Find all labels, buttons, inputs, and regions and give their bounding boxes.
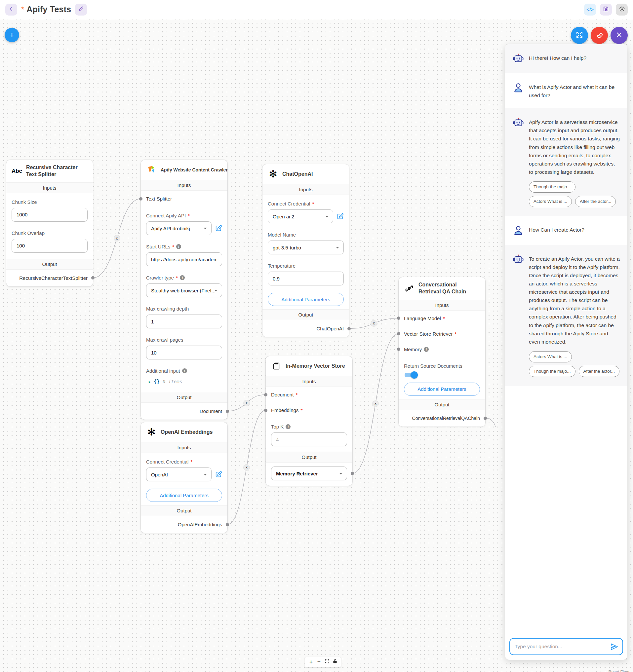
memory-port-label: Memory bbox=[404, 346, 422, 352]
port-handle-output[interactable] bbox=[347, 327, 351, 330]
back-button[interactable] bbox=[5, 4, 17, 16]
chat-message-text: Apify Actor is a serverless microservice… bbox=[529, 118, 620, 176]
save-button[interactable] bbox=[600, 4, 612, 16]
clear-chat-button[interactable] bbox=[591, 27, 608, 44]
inputs-section-label: Inputs bbox=[399, 299, 485, 311]
node-title: ChatOpenAI bbox=[282, 171, 313, 178]
chunk-overlap-input[interactable] bbox=[11, 239, 88, 253]
unsaved-marker: * bbox=[21, 5, 24, 14]
chat-question-input[interactable] bbox=[510, 644, 610, 650]
port-handle-memory[interactable] bbox=[397, 347, 400, 351]
source-chip[interactable]: Actors What is ... bbox=[529, 196, 572, 207]
settings-button[interactable] bbox=[616, 4, 628, 16]
return-source-docs-toggle[interactable] bbox=[405, 372, 418, 378]
port-handle-embeddings[interactable] bbox=[264, 409, 267, 412]
apify-logo-icon bbox=[146, 164, 157, 175]
source-chip[interactable]: After the actor... bbox=[575, 196, 616, 207]
model-select[interactable]: gpt-3.5-turbo bbox=[268, 241, 344, 255]
edge-delete-button[interactable]: x bbox=[243, 400, 250, 406]
edit-title-button[interactable] bbox=[75, 4, 87, 16]
edge-qachain-stub bbox=[485, 418, 495, 427]
additional-parameters-button[interactable]: Additional Parameters bbox=[268, 293, 344, 306]
send-button[interactable] bbox=[610, 643, 618, 651]
additional-parameters-button[interactable]: Additional Parameters bbox=[146, 489, 222, 502]
max-depth-input[interactable] bbox=[146, 314, 222, 329]
zoom-out-button[interactable]: − bbox=[315, 658, 323, 666]
zoom-in-button[interactable]: + bbox=[307, 658, 315, 666]
port-handle-language-model[interactable] bbox=[397, 316, 400, 320]
port-handle-document[interactable] bbox=[264, 393, 267, 397]
node-title: Conversational Retrieval QA Chain bbox=[419, 282, 480, 295]
chat-input-box bbox=[509, 638, 623, 655]
node-openai-embeddings[interactable]: ✻ OpenAI Embeddings Inputs Connect Crede… bbox=[140, 422, 228, 533]
port-handle-vector-store-retriever[interactable] bbox=[397, 332, 400, 335]
apify-api-select[interactable]: Apify API drobnikj bbox=[146, 221, 212, 235]
credential-select[interactable]: OpenAI bbox=[146, 467, 212, 481]
add-node-button[interactable]: + bbox=[5, 28, 19, 42]
flow-canvas[interactable]: x x x x x + Abc Recursive Character Text… bbox=[0, 19, 633, 672]
reset-flow-label[interactable]: Reset Flow bbox=[608, 670, 629, 672]
expand-json-icon[interactable]: ▶ bbox=[149, 380, 151, 384]
user-avatar-icon bbox=[513, 82, 524, 94]
source-chip[interactable]: Though the majo... bbox=[529, 182, 576, 193]
port-handle-retriever-output[interactable] bbox=[351, 472, 354, 475]
source-chip[interactable]: Though the majo... bbox=[529, 366, 576, 377]
inputs-section-label: Inputs bbox=[262, 184, 349, 195]
port-handle-text-splitter[interactable] bbox=[139, 197, 142, 200]
port-handle-document-output[interactable] bbox=[226, 410, 229, 413]
edge-delete-button[interactable]: x bbox=[114, 235, 120, 241]
chunk-size-input[interactable] bbox=[11, 208, 88, 222]
api-code-button[interactable]: </> bbox=[584, 4, 596, 16]
edge-delete-button[interactable]: x bbox=[373, 401, 378, 407]
output-section-label: Output bbox=[6, 259, 93, 270]
chat-message-text: How Can I create Actor? bbox=[529, 226, 584, 234]
topk-input[interactable] bbox=[271, 432, 347, 446]
source-chip[interactable]: After the actor... bbox=[579, 366, 619, 377]
page-title: * Apify Tests bbox=[21, 5, 71, 14]
close-chat-button[interactable] bbox=[611, 27, 628, 44]
code-icon: </> bbox=[586, 7, 594, 12]
lock-button[interactable] bbox=[331, 658, 339, 666]
port-handle-output[interactable] bbox=[484, 416, 487, 420]
openai-logo-icon: ✻ bbox=[267, 168, 279, 180]
topk-label: Top K i bbox=[271, 424, 347, 430]
chat-message-text: To create an Apify Actor, you can write … bbox=[529, 255, 620, 346]
edit-credential-icon[interactable] bbox=[215, 225, 222, 232]
start-urls-input[interactable] bbox=[146, 253, 222, 266]
fit-view-button[interactable] bbox=[323, 658, 331, 666]
edge-delete-button[interactable]: x bbox=[243, 464, 250, 471]
port-handle-output[interactable] bbox=[91, 276, 95, 280]
document-port-label: Document bbox=[271, 392, 294, 398]
source-chip[interactable]: Actors What is ... bbox=[529, 351, 572, 362]
connect-apify-api-label: Connect Apify API* bbox=[146, 213, 222, 218]
additional-input-label: Additional input i bbox=[146, 368, 222, 374]
output-section-label: Output bbox=[141, 392, 228, 403]
gear-icon bbox=[618, 5, 626, 14]
credential-select[interactable]: Open ai 2 bbox=[268, 210, 333, 223]
edit-credential-icon[interactable] bbox=[215, 471, 222, 478]
node-recursive-text-splitter[interactable]: Abc Recursive Character Text Splitter In… bbox=[6, 160, 93, 287]
edge-delete-button[interactable]: x bbox=[371, 320, 377, 327]
node-apify-crawler[interactable]: Apify Website Content Crawler Inputs Tex… bbox=[140, 160, 228, 420]
node-inmemory-vector-store[interactable]: In-Memory Vector Store Inputs Document* … bbox=[265, 356, 353, 486]
inputs-section-label: Inputs bbox=[141, 442, 228, 453]
port-handle-output[interactable] bbox=[226, 523, 229, 526]
crawler-type-select[interactable]: Stealthy web browser (Firef... bbox=[146, 284, 222, 297]
output-name: RecursiveCharacterTextSplitter bbox=[19, 275, 88, 281]
output-type-select[interactable]: Memory Retriever bbox=[271, 466, 347, 480]
text-splitter-port-label: Text Splitter bbox=[146, 196, 172, 201]
expand-chat-button[interactable] bbox=[571, 27, 588, 44]
info-icon: i bbox=[180, 275, 185, 280]
temperature-input[interactable] bbox=[268, 271, 344, 285]
node-title: OpenAI Embeddings bbox=[161, 429, 213, 436]
edit-credential-icon[interactable] bbox=[336, 213, 344, 220]
abc-icon: Abc bbox=[11, 166, 22, 177]
return-source-docs-label: Return Source Documents bbox=[404, 363, 480, 369]
inputs-section-label: Inputs bbox=[266, 376, 352, 387]
chunk-size-label: Chunk Size bbox=[11, 199, 88, 205]
close-icon bbox=[615, 31, 623, 40]
node-chatopenai[interactable]: ✻ ChatOpenAI Inputs Connect Credential* … bbox=[262, 164, 349, 337]
additional-parameters-button[interactable]: Additional Parameters bbox=[404, 383, 480, 396]
max-pages-input[interactable] bbox=[146, 345, 222, 359]
node-qa-chain[interactable]: Conversational Retrieval QA Chain Inputs… bbox=[398, 277, 486, 427]
